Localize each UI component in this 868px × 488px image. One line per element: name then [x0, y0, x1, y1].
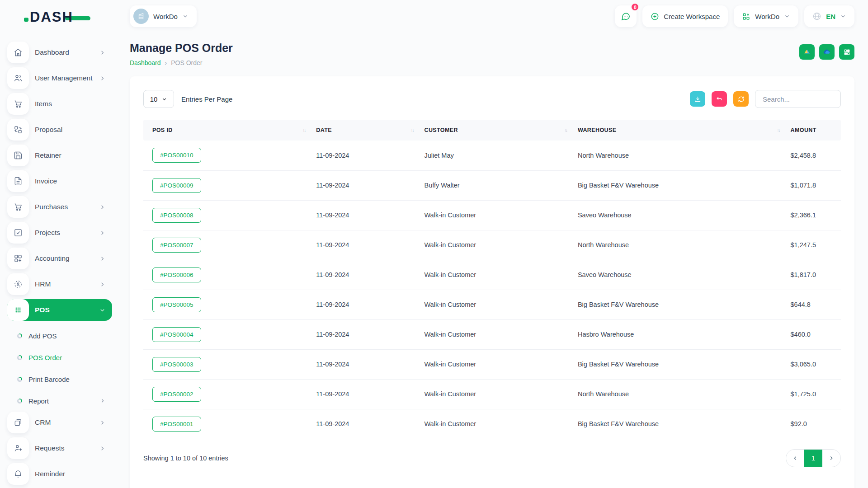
- undo-icon: [716, 95, 723, 103]
- pagination-next-button[interactable]: [822, 450, 840, 467]
- warehouse-cell: Big Basket F&V Warehouse: [572, 349, 785, 379]
- amount-cell: $1,247.5: [785, 230, 841, 260]
- sidebar-subitem-pos-order[interactable]: POS Order: [17, 347, 117, 368]
- language-selector[interactable]: EN: [804, 5, 854, 27]
- warehouse-cell: Saveo Warehouse: [572, 200, 785, 230]
- column-header-amount[interactable]: AMOUNT: [785, 120, 841, 141]
- apps-grid-icon: [843, 48, 851, 56]
- sidebar-item-user-management[interactable]: User Management: [7, 67, 112, 89]
- cart-icon: [7, 93, 29, 115]
- column-header-pos-id[interactable]: POS ID↑↓: [143, 120, 311, 141]
- topbar: DASH WorkDo 0 Create Workspace: [0, 0, 868, 33]
- workspace-selector[interactable]: WorkDo: [130, 5, 197, 27]
- sidebar-item-proposal[interactable]: Proposal: [7, 119, 112, 141]
- export-download-button[interactable]: [690, 91, 705, 107]
- onedrive-button[interactable]: [819, 44, 835, 60]
- pagination-prev-button[interactable]: [786, 450, 804, 467]
- pos-id-badge[interactable]: #POS00008: [152, 208, 201, 223]
- chat-button[interactable]: 0: [615, 5, 637, 27]
- amount-cell: $2,458.8: [785, 141, 841, 170]
- date-cell: 11-09-2024: [311, 319, 419, 349]
- chevron-down-icon: [182, 13, 189, 19]
- chevron-down-icon: [161, 96, 167, 102]
- table-row: #POS00007 11-09-2024 Walk-in Customer No…: [143, 230, 841, 260]
- sidebar-item-items[interactable]: Items: [7, 93, 112, 115]
- sidebar-item-crm[interactable]: CRM: [7, 412, 112, 433]
- pos-id-badge[interactable]: #POS00004: [152, 327, 201, 342]
- bullet-icon: [17, 355, 22, 360]
- pos-id-badge[interactable]: #POS00009: [152, 178, 201, 193]
- workspace-avatar: [133, 9, 149, 24]
- sidebar-item-projects[interactable]: Projects: [7, 222, 112, 244]
- pos-id-badge[interactable]: #POS00001: [152, 417, 201, 432]
- table-row: #POS00006 11-09-2024 Walk-in Customer Sa…: [143, 260, 841, 290]
- chevron-down-icon: [784, 13, 790, 19]
- chat-icon: [621, 11, 631, 21]
- sidebar-item-invoice[interactable]: Invoice: [7, 170, 112, 192]
- sidebar-subitem-add-pos[interactable]: Add POS: [17, 325, 117, 347]
- date-cell: 11-09-2024: [311, 141, 419, 170]
- chevron-right-icon: [99, 445, 106, 452]
- pagination-page-1[interactable]: 1: [804, 450, 822, 467]
- pos-id-badge[interactable]: #POS00010: [152, 148, 201, 163]
- sidebar-item-dashboard[interactable]: Dashboard: [7, 42, 112, 63]
- sidebar-item-retainer[interactable]: Retainer: [7, 145, 112, 166]
- brand-logo[interactable]: DASH: [30, 9, 90, 25]
- date-cell: 11-09-2024: [311, 349, 419, 379]
- column-header-warehouse[interactable]: WAREHOUSE↑↓: [572, 120, 785, 141]
- date-cell: 11-09-2024: [311, 200, 419, 230]
- pos-id-badge[interactable]: #POS00007: [152, 238, 201, 253]
- amount-cell: $1,817.0: [785, 260, 841, 290]
- bullet-icon: [17, 377, 22, 382]
- amount-cell: $644.8: [785, 290, 841, 319]
- google-drive-button[interactable]: [799, 44, 815, 60]
- sidebar-subitem-print-barcode[interactable]: Print Barcode: [17, 368, 117, 390]
- table-header-row: POS ID↑↓ DATE↑↓ CUSTOMER↑↓ WAREHOUSE↑↓ A…: [143, 120, 841, 141]
- swap-grid-icon: [7, 119, 29, 141]
- onedrive-icon: [822, 47, 831, 56]
- grid-view-button[interactable]: [839, 44, 854, 60]
- customer-cell: Walk-in Customer: [419, 319, 572, 349]
- column-header-date[interactable]: DATE↑↓: [311, 120, 419, 141]
- sidebar-item-hrm[interactable]: HRM: [7, 273, 112, 295]
- plus-circle-icon: [651, 12, 659, 21]
- pos-id-badge[interactable]: #POS00005: [152, 297, 201, 312]
- pos-id-badge[interactable]: #POS00003: [152, 357, 201, 372]
- customer-cell: Walk-in Customer: [419, 230, 572, 260]
- globe-icon: [812, 12, 821, 21]
- pos-id-badge[interactable]: #POS00006: [152, 267, 201, 282]
- file-text-icon: [7, 170, 29, 192]
- pos-id-badge[interactable]: #POS00002: [152, 387, 201, 402]
- chevron-right-icon: [99, 398, 106, 404]
- workdo-apps-menu[interactable]: WorkDo: [734, 5, 798, 27]
- sidebar-item-requests[interactable]: Requests: [7, 437, 112, 459]
- sidebar-item-reminder[interactable]: Reminder: [7, 463, 112, 485]
- sidebar-subitem-report[interactable]: Report: [17, 390, 117, 412]
- search-input[interactable]: [755, 90, 841, 108]
- breadcrumb-dashboard-link[interactable]: Dashboard: [130, 59, 161, 66]
- chevron-right-icon: [99, 204, 106, 211]
- sidebar-item-pos[interactable]: POS: [7, 299, 112, 321]
- users-icon: [7, 67, 29, 89]
- date-cell: 11-09-2024: [311, 260, 419, 290]
- date-cell: 11-09-2024: [311, 379, 419, 409]
- customer-cell: Buffy Walter: [419, 170, 572, 200]
- entries-per-page-label: Entries Per Page: [181, 95, 232, 103]
- table-row: #POS00002 11-09-2024 Walk-in Customer No…: [143, 379, 841, 409]
- entries-per-page-select[interactable]: 10: [143, 90, 174, 108]
- chevron-right-icon: [99, 255, 106, 262]
- customer-cell: Juliet May: [419, 141, 572, 170]
- sidebar-item-accounting[interactable]: Accounting: [7, 248, 112, 269]
- entries-value: 10: [150, 95, 158, 103]
- refresh-button[interactable]: [733, 91, 749, 107]
- sidebar-item-purchases[interactable]: Purchases: [7, 196, 112, 218]
- cart-icon: [7, 196, 29, 218]
- reset-button[interactable]: [712, 91, 727, 107]
- customer-cell: Walk-in Customer: [419, 409, 572, 439]
- workspace-name: WorkDo: [153, 13, 178, 20]
- date-cell: 11-09-2024: [311, 290, 419, 319]
- column-header-customer[interactable]: CUSTOMER↑↓: [419, 120, 572, 141]
- pos-order-card: 10 Entries Per Page: [130, 76, 854, 488]
- sort-icon: ↑↓: [564, 128, 567, 133]
- create-workspace-button[interactable]: Create Workspace: [642, 5, 728, 27]
